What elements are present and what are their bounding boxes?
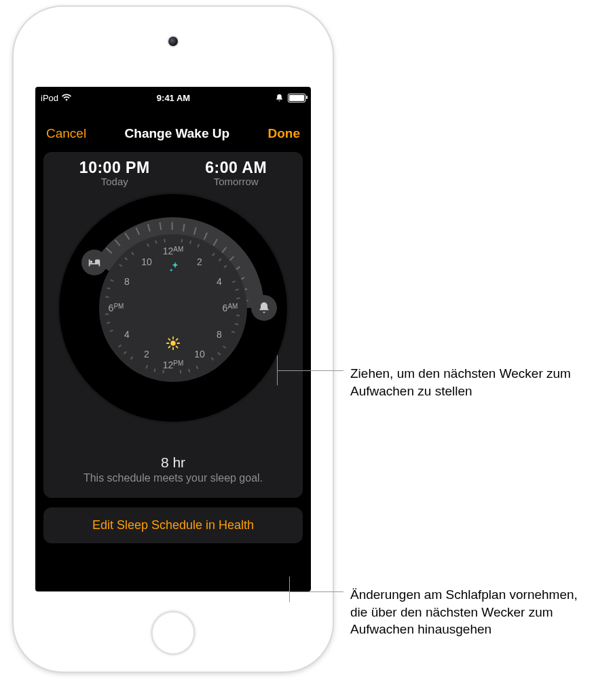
svg-line-27 [176,338,178,340]
sun-icon [166,336,181,353]
device-camera [168,37,178,46]
label-10b: 10 [141,256,152,267]
callout-edit-schedule: Änderungen am Schlafplan vornehmen, die … [350,586,588,638]
svg-line-9 [183,224,184,231]
home-button[interactable] [151,610,195,655]
svg-line-26 [168,347,170,348]
label-8b: 8 [124,276,130,287]
svg-line-25 [176,347,178,348]
bed-icon [87,255,102,270]
wifi-icon [61,94,72,102]
status-bar: iPod 9:41 AM [35,87,311,106]
label-4b: 4 [124,329,130,340]
modal-nav: Cancel Change Wake Up Done [35,106,311,148]
bedtime-label: Today [79,176,150,187]
bedtime-handle[interactable] [81,250,107,275]
wakeup-handle[interactable] [251,295,277,321]
callout-wake-drag: Ziehen, um den nächsten Wecker zum Aufwa… [350,365,581,400]
sleep-duration: 8 hr [52,454,295,471]
label-4: 4 [217,276,222,287]
label-10: 10 [194,349,205,359]
wakeup-time: 6:00 AM [205,159,267,177]
bedtime-time: 10:00 PM [79,159,150,177]
schedule-card: 10:00 PM Today 6:00 AM Tomorrow [43,152,303,498]
label-12am: 12AM [163,246,184,256]
carrier-label: iPod [41,93,58,103]
sparkle-icon [168,260,182,277]
label-12pm: 12PM [163,359,184,370]
label-2: 2 [197,256,202,267]
sleep-note: This schedule meets your sleep goal. [52,472,295,484]
screen: iPod 9:41 AM Cancel Change Wake Up Done [35,87,311,591]
label-8: 8 [217,329,222,340]
label-2b: 2 [144,349,149,359]
device-frame: iPod 9:41 AM Cancel Change Wake Up Done [14,7,333,672]
modal-title: Change Wake Up [125,126,230,141]
bell-icon [257,301,271,315]
wakeup-column: 6:00 AM Tomorrow [205,159,267,187]
bedtime-column: 10:00 PM Today [79,159,150,187]
battery-icon [288,94,305,102]
status-time: 9:41 AM [72,93,275,103]
alarm-icon [275,94,284,102]
done-button[interactable]: Done [268,126,301,141]
svg-point-19 [170,341,175,345]
label-6pm: 6PM [109,303,124,313]
wakeup-label: Tomorrow [205,176,267,187]
cancel-button[interactable]: Cancel [46,126,86,141]
svg-line-24 [168,338,170,340]
edit-sleep-schedule-button[interactable]: Edit Sleep Schedule in Health [43,507,303,543]
sleep-summary: 8 hr This schedule meets your sleep goal… [52,454,295,484]
label-6am: 6AM [223,303,238,313]
sleep-dial[interactable]: 12AM 6AM 12PM 6PM 2 4 8 10 2 4 8 1 [58,193,288,423]
